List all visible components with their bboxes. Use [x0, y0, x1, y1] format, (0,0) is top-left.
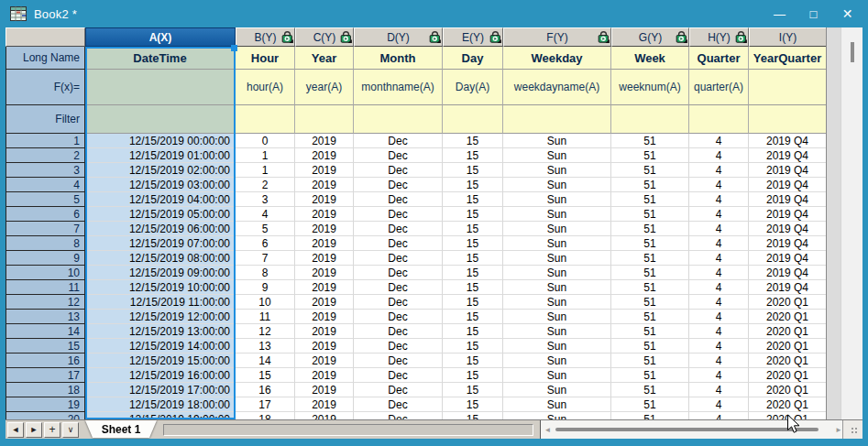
data-cell-A[interactable]: 12/15/2019 10:00:00 [85, 280, 236, 295]
data-cell-H[interactable]: 4 [689, 368, 749, 383]
vertical-scrollbar[interactable] [841, 27, 863, 419]
data-cell-A[interactable]: 12/15/2019 07:00:00 [85, 236, 236, 251]
data-cell-B[interactable]: 1 [236, 163, 295, 178]
next-sheet-button[interactable]: ► [26, 422, 42, 438]
data-cell-E[interactable]: 15 [443, 310, 503, 324]
data-cell-B[interactable]: 14 [236, 354, 295, 368]
row-number[interactable]: 12 [5, 295, 85, 310]
data-cell-A[interactable]: 12/15/2019 14:00:00 [85, 339, 236, 354]
data-cell-B[interactable]: 1 [236, 148, 295, 163]
close-button[interactable]: ✕ [830, 0, 864, 27]
data-cell-D[interactable]: Dec [354, 383, 443, 397]
data-cell-H[interactable]: 4 [689, 251, 749, 266]
data-cell-B[interactable]: 6 [236, 236, 295, 251]
data-cell-E[interactable]: 15 [443, 280, 503, 295]
filter-cell-I[interactable] [749, 105, 827, 134]
vertical-scrollbar-thumb[interactable] [851, 42, 854, 62]
data-cell-D[interactable]: Dec [354, 280, 443, 295]
column-header-A[interactable]: A(X) [85, 27, 236, 47]
data-cell-D[interactable]: Dec [354, 192, 443, 207]
data-cell-C[interactable]: 2019 [295, 324, 354, 339]
data-cell-I[interactable]: 2020 Q1 [749, 412, 826, 419]
data-cell-C[interactable]: 2019 [295, 412, 354, 419]
data-cell-I[interactable]: 2019 Q4 [749, 236, 826, 251]
data-cell-I[interactable]: 2020 Q1 [749, 354, 826, 368]
data-cell-B[interactable]: 7 [236, 251, 295, 266]
data-cell-H[interactable]: 4 [689, 148, 749, 163]
data-cell-B[interactable]: 18 [236, 412, 295, 419]
data-cell-A[interactable]: 12/15/2019 05:00:00 [85, 207, 236, 222]
column-header-F[interactable]: F(Y) [503, 27, 611, 47]
long-name-cell-F[interactable]: Weekday [503, 47, 611, 70]
data-cell-G[interactable]: 51 [611, 368, 689, 383]
prev-sheet-button[interactable]: ◄ [7, 422, 24, 438]
row-label-long-name[interactable]: Long Name [5, 47, 85, 70]
data-cell-A[interactable]: 12/15/2019 09:00:00 [85, 266, 236, 280]
data-cell-G[interactable]: 51 [611, 266, 689, 280]
data-cell-B[interactable]: 9 [236, 280, 295, 295]
formula-cell-E[interactable]: Day(A) [443, 70, 503, 105]
long-name-cell-C[interactable]: Year [295, 47, 354, 70]
row-number[interactable]: 16 [5, 354, 85, 368]
data-cell-C[interactable]: 2019 [295, 339, 354, 354]
data-cell-G[interactable]: 51 [611, 354, 689, 368]
data-cell-C[interactable]: 2019 [295, 368, 354, 383]
data-cell-C[interactable]: 2019 [295, 295, 354, 310]
data-cell-F[interactable]: Sun [503, 354, 611, 368]
row-number[interactable]: 8 [5, 236, 85, 251]
data-cell-H[interactable]: 4 [689, 383, 749, 397]
data-cell-E[interactable]: 15 [443, 295, 503, 310]
data-cell-G[interactable]: 51 [611, 178, 689, 192]
formula-cell-I[interactable] [749, 70, 827, 105]
data-cell-I[interactable]: 2019 Q4 [749, 222, 826, 236]
data-cell-F[interactable]: Sun [503, 148, 611, 163]
data-cell-B[interactable]: 4 [236, 207, 295, 222]
row-number[interactable]: 10 [5, 266, 85, 280]
data-cell-A[interactable]: 12/15/2019 12:00:00 [85, 310, 236, 324]
data-cell-C[interactable]: 2019 [295, 192, 354, 207]
data-cell-C[interactable]: 2019 [295, 207, 354, 222]
data-cell-C[interactable]: 2019 [295, 163, 354, 178]
data-cell-G[interactable]: 51 [611, 192, 689, 207]
column-header-C[interactable]: C(Y) [295, 27, 354, 47]
data-cell-F[interactable]: Sun [503, 310, 611, 324]
row-number[interactable]: 13 [5, 310, 85, 324]
filter-cell-H[interactable] [689, 105, 749, 134]
recalc-lock-icon[interactable] [598, 31, 610, 43]
row-number[interactable]: 2 [5, 148, 85, 163]
data-cell-E[interactable]: 15 [443, 368, 503, 383]
data-cell-H[interactable]: 4 [689, 207, 749, 222]
data-cell-G[interactable]: 51 [611, 295, 689, 310]
data-cell-H[interactable]: 4 [689, 266, 749, 280]
recalc-lock-icon[interactable] [489, 31, 501, 43]
data-cell-E[interactable]: 15 [443, 324, 503, 339]
data-cell-H[interactable]: 4 [689, 134, 749, 148]
data-cell-I[interactable]: 2019 Q4 [749, 163, 826, 178]
data-cell-C[interactable]: 2019 [295, 354, 354, 368]
data-cell-D[interactable]: Dec [354, 295, 443, 310]
data-cell-D[interactable]: Dec [354, 222, 443, 236]
long-name-cell-G[interactable]: Week [611, 47, 689, 70]
data-cell-A[interactable]: 12/15/2019 04:00:00 [85, 192, 236, 207]
filter-cell-A[interactable] [85, 105, 236, 134]
column-header-D[interactable]: D(Y) [354, 27, 443, 47]
data-cell-A[interactable]: 12/15/2019 03:00:00 [85, 178, 236, 192]
data-cell-H[interactable]: 4 [689, 192, 749, 207]
data-cell-D[interactable]: Dec [354, 310, 443, 324]
data-cell-H[interactable]: 4 [689, 339, 749, 354]
sheet-list-button[interactable]: ∨ [62, 422, 79, 438]
data-cell-F[interactable]: Sun [503, 280, 611, 295]
column-header-E[interactable]: E(Y) [443, 27, 503, 47]
data-cell-I[interactable]: 2019 Q4 [749, 280, 826, 295]
data-cell-H[interactable]: 4 [689, 236, 749, 251]
data-cell-F[interactable]: Sun [503, 192, 611, 207]
row-label-filter[interactable]: Filter [5, 105, 85, 134]
data-cell-F[interactable]: Sun [503, 236, 611, 251]
data-cell-B[interactable]: 13 [236, 339, 295, 354]
data-cell-F[interactable]: Sun [503, 339, 611, 354]
data-cell-G[interactable]: 51 [611, 383, 689, 397]
data-cell-D[interactable]: Dec [354, 266, 443, 280]
recalc-lock-icon[interactable] [676, 31, 687, 43]
long-name-cell-A[interactable]: DateTime [85, 47, 236, 70]
data-cell-H[interactable]: 4 [689, 222, 749, 236]
